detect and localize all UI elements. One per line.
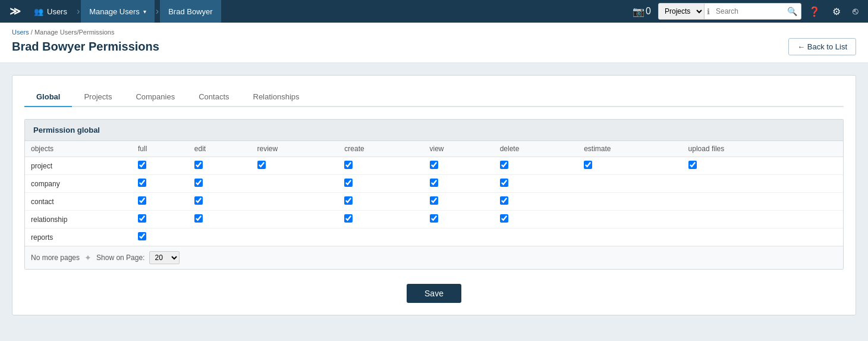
search-input[interactable]: [712, 4, 784, 19]
checkbox-wrap[interactable]: [344, 179, 353, 187]
checkbox-delete-company[interactable]: [500, 179, 508, 187]
back-to-list-button[interactable]: ← Back to List: [788, 38, 856, 55]
save-button[interactable]: Save: [407, 284, 461, 303]
checkbox-create-company[interactable]: [344, 179, 353, 187]
cell-review-reports: [251, 229, 339, 246]
checkbox-edit-project[interactable]: [194, 161, 203, 169]
cell-estimate-contact: [578, 193, 682, 211]
tab-companies[interactable]: Companies: [124, 87, 187, 107]
checkbox-create-relationship[interactable]: [344, 214, 353, 223]
per-page-select[interactable]: 20 10 50 100: [149, 251, 180, 264]
logout-button[interactable]: ⎋: [848, 4, 863, 19]
table-header-row: objects full edit review create view del…: [25, 141, 843, 157]
tab-global[interactable]: Global: [24, 87, 72, 107]
cell-extra: [811, 157, 843, 175]
checkbox-wrap[interactable]: [344, 214, 353, 223]
checkbox-create-contact[interactable]: [344, 196, 353, 205]
nav-item-brad-bowyer[interactable]: Brad Bowyer: [160, 0, 221, 23]
checkbox-wrap[interactable]: [500, 196, 508, 205]
checkbox-wrap[interactable]: [194, 179, 203, 187]
checkbox-wrap[interactable]: [138, 214, 146, 223]
nav-logo[interactable]: ≫: [5, 5, 26, 18]
nav-item-manage-users[interactable]: Manage Users ▾: [81, 0, 155, 23]
col-header-estimate: estimate: [578, 141, 682, 157]
table-row: reports: [25, 229, 843, 246]
nav-sep-2: ›: [156, 6, 159, 17]
cell-upload_files-company: [683, 175, 812, 193]
search-box: Projects ℹ 🔍: [658, 3, 801, 20]
breadcrumb-manage-users: Manage Users/Permissions: [34, 29, 115, 36]
checkbox-wrap[interactable]: [194, 161, 203, 169]
table-row: project: [25, 157, 843, 175]
checkbox-full-reports[interactable]: [138, 232, 146, 240]
checkbox-wrap[interactable]: [500, 179, 508, 187]
checkbox-view-company[interactable]: [430, 179, 438, 187]
spinner-icon: ✦: [84, 253, 92, 262]
cell-review-company: [251, 175, 339, 193]
checkbox-wrap[interactable]: [344, 196, 353, 205]
checkbox-wrap[interactable]: [430, 161, 438, 169]
checkbox-full-contact[interactable]: [138, 196, 146, 205]
checkbox-wrap[interactable]: [194, 196, 203, 205]
cell-upload_files-relationship: [683, 211, 812, 229]
manage-users-chevron: ▾: [143, 8, 146, 15]
checkbox-wrap[interactable]: [430, 179, 438, 187]
card: Global Projects Companies Contacts Relat…: [12, 75, 856, 315]
nav-brad-bowyer-label: Brad Bowyer: [168, 7, 212, 16]
cell-review-project: [251, 157, 339, 175]
checkbox-delete-relationship[interactable]: [500, 214, 508, 223]
help-button[interactable]: ❓: [804, 4, 825, 20]
tab-projects[interactable]: Projects: [72, 87, 124, 107]
checkbox-edit-relationship[interactable]: [194, 214, 203, 223]
checkbox-full-project[interactable]: [138, 161, 146, 169]
nav-item-users[interactable]: 👥 Users: [26, 0, 76, 23]
checkbox-wrap[interactable]: [500, 161, 508, 169]
checkbox-full-relationship[interactable]: [138, 214, 146, 223]
checkbox-edit-contact[interactable]: [194, 196, 203, 205]
checkbox-wrap[interactable]: [138, 196, 146, 205]
checkbox-wrap[interactable]: [430, 196, 438, 205]
camera-button[interactable]: 📷 0: [628, 4, 656, 20]
search-info-icon[interactable]: ℹ: [705, 7, 712, 16]
cell-object-contact: contact: [25, 193, 132, 211]
checkbox-upload_files-project[interactable]: [688, 161, 697, 169]
col-header-view: view: [424, 141, 494, 157]
cell-create-reports: [338, 229, 423, 246]
settings-button[interactable]: ⚙: [828, 4, 845, 20]
checkbox-wrap[interactable]: [584, 161, 592, 169]
cell-object-project: project: [25, 157, 132, 175]
checkbox-wrap[interactable]: [138, 232, 146, 240]
checkbox-view-relationship[interactable]: [430, 214, 438, 223]
checkbox-full-company[interactable]: [138, 179, 146, 187]
checkbox-estimate-project[interactable]: [584, 161, 592, 169]
checkbox-wrap[interactable]: [138, 161, 146, 169]
checkbox-review-project[interactable]: [257, 161, 266, 169]
checkbox-wrap[interactable]: [194, 214, 203, 223]
search-button[interactable]: 🔍: [784, 7, 801, 16]
checkbox-wrap[interactable]: [344, 161, 353, 169]
tab-contacts[interactable]: Contacts: [187, 87, 241, 107]
checkbox-wrap[interactable]: [138, 179, 146, 187]
checkbox-wrap[interactable]: [430, 214, 438, 223]
checkbox-wrap[interactable]: [500, 214, 508, 223]
breadcrumb-users[interactable]: Users: [12, 29, 29, 36]
checkbox-wrap[interactable]: [688, 161, 697, 169]
search-category-select[interactable]: Projects: [659, 4, 705, 19]
checkbox-wrap[interactable]: [257, 161, 266, 169]
tab-relationships[interactable]: Relationships: [241, 87, 312, 107]
settings-icon: ⚙: [832, 6, 841, 17]
checkbox-view-contact[interactable]: [430, 196, 438, 205]
cell-full-relationship: [132, 211, 188, 229]
camera-badge: 0: [646, 6, 651, 17]
nav-users-label: Users: [47, 7, 67, 16]
cell-edit-company: [188, 175, 251, 193]
checkbox-edit-company[interactable]: [194, 179, 203, 187]
page-title-row: Brad Bowyer Permissions ← Back to List: [12, 38, 856, 55]
cell-view-relationship: [424, 211, 494, 229]
checkbox-view-project[interactable]: [430, 161, 438, 169]
tabs: Global Projects Companies Contacts Relat…: [24, 87, 844, 107]
logo-icon: ≫: [10, 5, 21, 18]
checkbox-delete-project[interactable]: [500, 161, 508, 169]
checkbox-create-project[interactable]: [344, 161, 353, 169]
checkbox-delete-contact[interactable]: [500, 196, 508, 205]
